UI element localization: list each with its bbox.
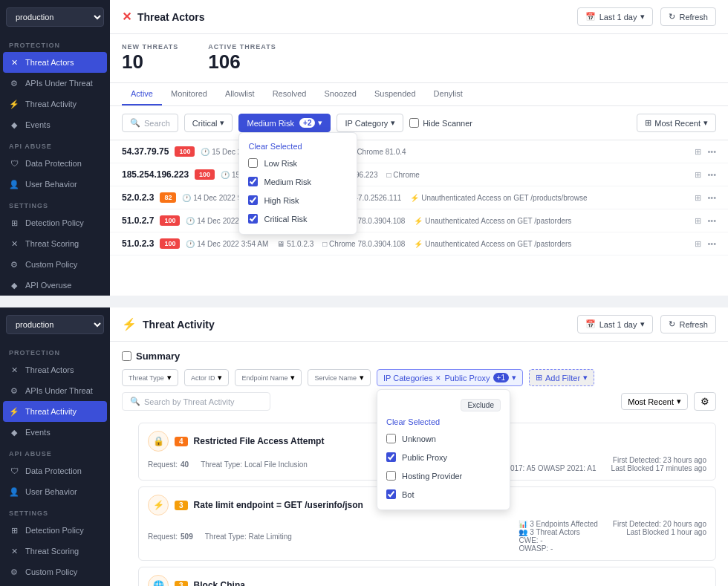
- hide-scanner-filter[interactable]: Hide Scanner: [409, 118, 472, 128]
- search-activity-input[interactable]: 🔍 Search by Threat Activity: [122, 392, 270, 411]
- table-row[interactable]: 185.254.196.223 100 🕐 15 Dec 2022 3:35 P…: [110, 163, 728, 186]
- sidebar-item-apis-under-threat-1[interactable]: ⚙ APIs Under Threat: [0, 73, 110, 94]
- sidebar-item-events-2[interactable]: ◆ Events: [0, 422, 110, 443]
- hosting-provider-checkbox[interactable]: [386, 471, 396, 481]
- row-more-icon-1[interactable]: •••: [707, 147, 716, 156]
- high-risk-checkbox[interactable]: [248, 195, 258, 205]
- time-filter-btn-1[interactable]: 📅 Last 1 day ▾: [577, 7, 654, 26]
- row-more-icon-5[interactable]: •••: [707, 239, 716, 248]
- sidebar-item-custom-policy-1[interactable]: ⚙ Custom Policy: [0, 254, 110, 275]
- tab-resolved[interactable]: Resolved: [264, 83, 316, 105]
- sidebar-item-detection-policy-2[interactable]: ⊞ Detection Policy: [0, 520, 110, 541]
- tab-suspended[interactable]: Suspended: [365, 83, 425, 105]
- list-item[interactable]: 🌐 3 Block China Request: 2.54K Threat Ty…: [138, 567, 716, 586]
- sidebar-item-threat-activity-2[interactable]: ⚡ Threat Activity: [3, 401, 107, 422]
- env-dropdown-1[interactable]: production: [6, 7, 104, 27]
- sidebar-item-custom-policy-2[interactable]: ⚙ Custom Policy: [0, 561, 110, 582]
- row-grid-icon-3[interactable]: ⊞: [695, 193, 701, 203]
- threat-type-label: Threat Type: [129, 374, 164, 382]
- env-dropdown-2[interactable]: production: [6, 315, 104, 334]
- row-more-icon-4[interactable]: •••: [707, 216, 716, 225]
- medium-risk-checkbox[interactable]: [248, 177, 258, 186]
- row-more-icon-2[interactable]: •••: [707, 170, 716, 179]
- sidebar-item-user-behavior-2[interactable]: 👤 User Behavior: [0, 481, 110, 502]
- low-risk-checkbox[interactable]: [248, 158, 258, 168]
- add-filter-btn[interactable]: ⊞ Add Filter ▾: [529, 369, 594, 386]
- sidebar-item-threat-actors-2[interactable]: ✕ Threat Actors: [0, 359, 110, 380]
- sidebar-item-api-overuse-2[interactable]: ◆ API Overuse: [0, 582, 110, 586]
- row-grid-icon-5[interactable]: ⊞: [695, 239, 701, 249]
- row-grid-icon-1[interactable]: ⊞: [695, 147, 701, 157]
- tab-active[interactable]: Active: [122, 83, 162, 105]
- most-recent-btn-2[interactable]: Most Recent ▾: [621, 393, 688, 410]
- threat-type-filter[interactable]: Threat Type ▾: [122, 369, 178, 386]
- sidebar-item-threat-activity-1[interactable]: ⚡ Threat Activity: [0, 94, 110, 114]
- medium-risk-option[interactable]: Medium Risk: [239, 172, 357, 191]
- ip-categories-filter[interactable]: IP Categories ✕ Public Proxy +1 ▾: [377, 369, 523, 386]
- sidebar-item-data-protection-1[interactable]: 🛡 Data Protection: [0, 153, 110, 174]
- hide-scanner-checkbox[interactable]: [409, 118, 419, 128]
- sidebar-item-apis-under-threat-2[interactable]: ⚙ APIs Under Threat: [0, 380, 110, 401]
- detection-info-2: First Detected: 20 hours ago Last Blocke…: [613, 520, 706, 536]
- exclude-btn[interactable]: Exclude: [461, 399, 501, 411]
- summary-checkbox[interactable]: [122, 351, 131, 361]
- actor-id-filter[interactable]: Actor ID ▾: [184, 369, 230, 386]
- table-row[interactable]: 51.0.2.3 100 🕐 14 Dec 2022 3:54 AM 🖥 51.…: [110, 232, 728, 255]
- tab-allowlist[interactable]: Allowlist: [216, 83, 264, 105]
- last-blocked-2: Last Blocked 1 hour ago: [613, 528, 706, 536]
- low-risk-option[interactable]: Low Risk: [239, 154, 357, 172]
- sidebar-item-events-1[interactable]: ◆ Events: [0, 114, 110, 135]
- hosting-provider-option[interactable]: Hosting Provider: [377, 466, 510, 485]
- medium-risk-filter-btn[interactable]: Medium Risk +2 ▾: [238, 114, 331, 132]
- sidebar-item-threat-scoring-1[interactable]: ✕ Threat Scoring: [0, 233, 110, 254]
- sidebar-item-data-protection-2[interactable]: 🛡 Data Protection: [0, 460, 110, 481]
- chevron-icon-critical: ▾: [220, 118, 224, 128]
- sort-btn-1[interactable]: ⊞ Most Recent ▾: [637, 114, 716, 132]
- sidebar-item-threat-actors-1[interactable]: ✕ Threat Actors: [3, 52, 107, 73]
- activity-icon-2: ⚡: [9, 406, 19, 417]
- sidebar-item-threat-scoring-2[interactable]: ✕ Threat Scoring: [0, 541, 110, 561]
- main-content-2: ⚡ Threat Activity 📅 Last 1 day ▾ ↻ Refre…: [110, 307, 728, 586]
- unknown-checkbox[interactable]: [386, 434, 396, 443]
- sort-area-2: Most Recent ▾ ⚙: [621, 392, 716, 411]
- critical-risk-option[interactable]: Critical Risk: [239, 209, 357, 228]
- search-input-1[interactable]: 🔍 Search: [122, 114, 178, 132]
- endpoint-name-filter[interactable]: Endpoint Name ▾: [235, 369, 302, 386]
- env-selector-1[interactable]: production: [6, 7, 104, 27]
- risk-badge-5: 100: [160, 238, 180, 249]
- row-more-icon-3[interactable]: •••: [707, 193, 716, 202]
- ip-cat-close[interactable]: ✕: [435, 374, 441, 382]
- sidebar-item-user-behavior-1[interactable]: 👤 User Behavior: [0, 174, 110, 195]
- public-proxy-checkbox[interactable]: [386, 452, 396, 462]
- refresh-btn-2[interactable]: ↻ Refresh: [660, 315, 716, 333]
- clear-selected-btn[interactable]: Clear Selected: [239, 139, 357, 154]
- bot-checkbox[interactable]: [386, 489, 396, 499]
- activity-title-2: Rate limit endpoint = GET /userinfo/json: [194, 500, 363, 510]
- tab-denylist[interactable]: Denylist: [425, 83, 472, 105]
- unknown-option[interactable]: Unknown: [377, 429, 510, 448]
- row-grid-icon-4[interactable]: ⊞: [695, 216, 701, 226]
- service-name-filter[interactable]: Service Name ▾: [308, 369, 371, 386]
- critical-filter-btn[interactable]: Critical ▾: [184, 114, 233, 132]
- high-risk-option[interactable]: High Risk: [239, 191, 357, 209]
- tab-snoozed[interactable]: Snoozed: [315, 83, 365, 105]
- time-filter-btn-2[interactable]: 📅 Last 1 day ▾: [577, 315, 654, 333]
- refresh-btn-1[interactable]: ↻ Refresh: [660, 7, 716, 26]
- bot-option[interactable]: Bot: [377, 485, 510, 504]
- public-proxy-option[interactable]: Public Proxy: [377, 448, 510, 466]
- api-abuse-label-1: API ABUSE: [0, 135, 110, 153]
- table-row[interactable]: 54.37.79.75 100 🕐 15 Dec 2022 5:13 PM 🖥 …: [110, 140, 728, 163]
- env-selector-2[interactable]: production: [6, 315, 104, 334]
- tab-monitored[interactable]: Monitored: [162, 83, 216, 105]
- table-row[interactable]: 52.0.2.3 82 🕐 14 Dec 2022 9:34 AM 🖥 52.0…: [110, 186, 728, 209]
- table-row[interactable]: 51.0.2.7 100 🕐 14 Dec 2022 4:13 AM 🖥 51.…: [110, 209, 728, 232]
- search-placeholder-1: Search: [144, 119, 170, 128]
- clear-selected-btn-2[interactable]: Clear Selected: [377, 414, 510, 429]
- sidebar-item-detection-policy-1[interactable]: ⊞ Detection Policy: [0, 212, 110, 233]
- activity-body-2: Request: 509 Threat Type: Rate Limiting …: [148, 520, 706, 553]
- critical-risk-checkbox[interactable]: [248, 214, 258, 224]
- row-grid-icon-2[interactable]: ⊞: [695, 170, 701, 180]
- ip-category-btn[interactable]: IP Category ▾: [337, 114, 403, 132]
- sidebar-item-api-overuse-1[interactable]: ◆ API Overuse: [0, 275, 110, 296]
- settings-btn-2[interactable]: ⚙: [694, 392, 716, 411]
